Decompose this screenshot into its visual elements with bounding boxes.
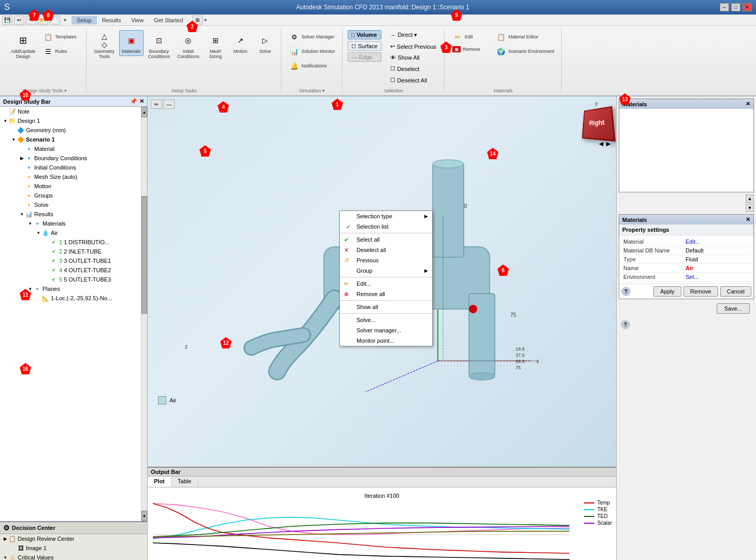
tree-plane1[interactable]: 📐 1-Loc.(-2,-25,92.5)-No... — [0, 293, 141, 303]
initial-conditions-btn[interactable]: ◎ InitialConditions — [175, 30, 202, 61]
nav-left-btn[interactable]: ◄ — [597, 139, 605, 148]
nav-cube[interactable]: Right — [582, 106, 616, 142]
remove-mat-btn[interactable]: Remove — [683, 286, 718, 297]
tree-planes[interactable]: ▾ 🔹 Planes — [0, 284, 141, 293]
tree-meshsize[interactable]: 🔸 Mesh Size (auto) — [0, 172, 141, 181]
tree-mat-results[interactable]: ▾ 🔹 Materials — [0, 219, 141, 228]
select-previous-btn[interactable]: ↩ Select Previous — [387, 41, 440, 51]
edge-btn[interactable]: — Edge — [348, 52, 381, 62]
panel-scroll-up[interactable]: ▲ — [746, 194, 754, 203]
ctx-group[interactable]: Group — [340, 265, 432, 276]
qa-new-btn[interactable]: 📄 — [50, 16, 60, 25]
ctx-solve[interactable]: Solve... — [340, 315, 432, 325]
boundary-conditions-btn[interactable]: ⊡ BoundaryConditions — [146, 30, 173, 61]
menu-setup[interactable]: Setup — [72, 16, 97, 24]
qa-undo-btn[interactable]: ↩ — [14, 16, 24, 25]
viewport[interactable]: ✏ — y Right ◄ ► — [148, 96, 616, 467]
sidebar-scrollbar[interactable]: ▲ ▼ — [141, 107, 147, 521]
ctx-remove-all[interactable]: ⊗ Remove all — [340, 289, 432, 299]
tree-design-review[interactable]: ▶ 📋 Design Review Center — [0, 534, 147, 543]
close-btn[interactable]: ✕ — [743, 3, 752, 11]
ctx-previous[interactable]: ↺ Previous — [340, 255, 432, 265]
deselect-btn[interactable]: ☐ Deselect — [387, 64, 440, 74]
qa-save-btn[interactable]: 💾 — [2, 16, 12, 25]
show-all-btn[interactable]: 👁 Show All — [387, 53, 440, 62]
plot-tab[interactable]: Plot — [148, 477, 172, 487]
geometry-tools-btn[interactable]: △◇ GeometryTools — [92, 30, 118, 61]
material-edit-link[interactable]: Edit... — [683, 237, 751, 246]
tree-note[interactable]: 📝 Note — [0, 107, 141, 116]
tree-results[interactable]: ▾ 📊 Results — [0, 209, 141, 219]
volume-btn[interactable]: □ Volume — [348, 30, 381, 39]
solution-monitor-btn[interactable]: 📊 Solution Monitor — [287, 45, 338, 58]
menu-view[interactable]: View — [126, 16, 149, 24]
tree-initial[interactable]: 🔹 Initial Conditions — [0, 163, 141, 172]
solver-manager-btn[interactable]: ⚙ Solver Manager — [287, 30, 338, 44]
sidebar-close-btn[interactable]: ✕ — [139, 98, 144, 105]
apply-btn[interactable]: Apply — [653, 286, 681, 297]
ctx-selection-type[interactable]: Selection type — [340, 211, 432, 221]
tree-outlet2[interactable]: ✔ 4 4 OUTLET-TUBE2 — [0, 265, 141, 275]
ctx-deselect-all[interactable]: ✕ Deselect all — [340, 245, 432, 255]
simulation-label[interactable]: Simulation ▾ — [299, 87, 325, 93]
tree-air[interactable]: ▾ 💧 Air — [0, 228, 141, 237]
scenario-environment-btn[interactable]: 🌍 Scenario Environment — [493, 45, 557, 58]
ctx-monitor-point[interactable]: Monitor point... — [340, 335, 432, 346]
scroll-thumb[interactable] — [141, 196, 147, 314]
scroll-down-btn[interactable]: ▼ — [141, 511, 147, 521]
qa-dropdown-btn[interactable]: ▾ — [64, 17, 66, 23]
tree-boundary[interactable]: ▶ 🔹 Boundary Conditions — [0, 153, 141, 163]
ctx-select-all[interactable]: ✔ Select all — [340, 234, 432, 245]
tree-solve[interactable]: 🔸 Solve — [0, 200, 141, 209]
tree-material[interactable]: 🔹 Material — [0, 144, 141, 153]
ctx-show-all[interactable]: Show all — [340, 302, 432, 312]
ctx-selection-list[interactable]: Selection list — [340, 221, 432, 232]
panel-scroll-down[interactable]: ▼ — [746, 204, 754, 212]
panel1-close-btn[interactable]: ✕ — [746, 101, 750, 107]
vp-edit-btn[interactable]: ✏ — [151, 100, 162, 109]
tree-image1[interactable]: 🖼 Image 1 — [0, 543, 147, 553]
cancel-btn[interactable]: Cancel — [720, 286, 751, 297]
bottom-help-btn[interactable]: ? — [621, 320, 630, 329]
tree-critical-values[interactable]: ▾ ⚠ Critical Values — [0, 553, 147, 560]
edit-btn[interactable]: ✏ Edit — [450, 30, 491, 44]
sidebar-pin-btn[interactable]: 📌 — [130, 98, 137, 105]
minimize-btn[interactable]: ─ — [720, 3, 729, 11]
menu-results[interactable]: Results — [97, 16, 126, 24]
tree-outlet3[interactable]: ✔ 5 5 OUTLET-TUBE3 — [0, 275, 141, 284]
vp-minus-btn[interactable]: — — [163, 100, 175, 109]
tree-motion[interactable]: 🔸 Motion — [0, 181, 141, 191]
scroll-up-btn[interactable]: ▲ — [141, 107, 147, 117]
deselect-all-btn[interactable]: ☐ Deselect All — [387, 75, 440, 85]
tree-geometry[interactable]: 🔷 Geometry (mm) — [0, 125, 141, 135]
ctx-edit[interactable]: ✏ Edit... — [340, 278, 432, 289]
templates-btn[interactable]: 📋 Templates — [40, 30, 82, 44]
material-editor-btn[interactable]: 📋 Material Editor — [493, 30, 557, 44]
design-study-label[interactable]: Design Study Tools ▾ — [23, 87, 67, 93]
notifications-btn[interactable]: 🔔 Notifications — [287, 59, 338, 73]
tree-design1[interactable]: ▾ 📁 Design 1 — [0, 116, 141, 125]
ctx-solver-manager[interactable]: Solver manager... — [340, 325, 432, 335]
save-btn[interactable]: Save... — [717, 303, 750, 314]
remove-btn[interactable]: ▣ Remove — [450, 45, 491, 54]
add-update-design-btn[interactable]: ⊞ Add/UpdateDesign — [8, 30, 38, 61]
panel2-close-btn[interactable]: ✕ — [746, 216, 750, 223]
tree-dist1[interactable]: ✔ 1 1 DISTRIBUTIO... — [0, 237, 141, 247]
rules-btn[interactable]: ☰ Rules — [40, 45, 82, 58]
tree-outlet1[interactable]: ✔ 3 3 OUTLET-TUBE1 — [0, 256, 141, 265]
environment-set-link[interactable]: Set... — [683, 273, 751, 282]
surface-btn[interactable]: ◻ Surface — [348, 41, 381, 51]
motion-btn[interactable]: ↗ Motion — [229, 30, 252, 56]
qa-redo-btn[interactable]: ↪ — [26, 16, 36, 25]
tree-scenario1[interactable]: ▾ 🔶 Scenario 1 — [0, 135, 141, 144]
solve-btn[interactable]: ▷ Solve — [254, 30, 277, 56]
maximize-btn[interactable]: □ — [731, 3, 740, 11]
mesh-sizing-btn[interactable]: ⊞ MeshSizing — [204, 30, 227, 61]
tree-inlet[interactable]: ✔ 2 2 INLET-TUBE — [0, 247, 141, 256]
table-tab[interactable]: Table — [172, 477, 198, 487]
direct-btn[interactable]: → Direct ▾ — [387, 30, 440, 40]
help-btn[interactable]: ? — [621, 287, 631, 296]
menu-get-started[interactable]: Get Started — [149, 16, 188, 24]
dropdown-arrow[interactable]: ▾ — [204, 17, 207, 23]
materials-btn[interactable]: ▣ Materials — [119, 30, 144, 56]
